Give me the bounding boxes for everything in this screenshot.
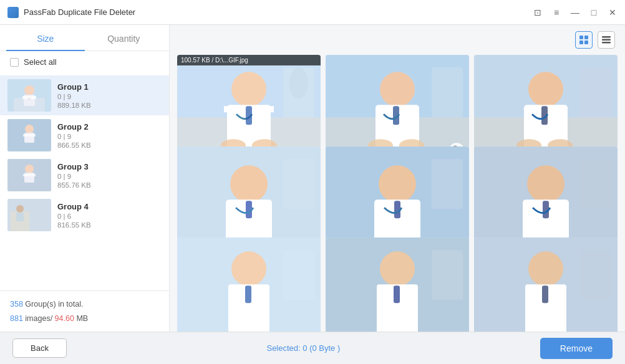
svg-rect-20 <box>579 41 583 44</box>
tooltip-text: 100.57 KB / D:\...GIF.jpg <box>181 57 248 64</box>
groups-label: Group(s) in total. <box>25 300 83 309</box>
monitor-button[interactable]: ⊡ <box>533 7 543 17</box>
title-bar-left: PassFab Duplicate File Deleter <box>7 7 135 18</box>
svg-rect-19 <box>584 36 588 39</box>
group-size: 855.76 KB <box>57 181 91 189</box>
app-title: PassFab Duplicate File Deleter <box>24 7 135 17</box>
svg-point-41 <box>380 72 415 107</box>
sidebar-tabs: Size Quantity <box>0 25 169 51</box>
svg-rect-112 <box>542 286 548 304</box>
svg-point-73 <box>379 165 416 203</box>
svg-point-31 <box>289 67 308 98</box>
group-item[interactable]: Group 3 0 | 9 855.76 KB <box>0 155 169 195</box>
selected-byte-suffix: ) <box>335 343 340 353</box>
select-all-label: Select all <box>24 57 57 67</box>
select-all-row: Select all <box>0 51 169 73</box>
grid-view-button[interactable] <box>575 31 593 49</box>
svg-rect-18 <box>579 36 583 39</box>
group-size: 866.55 KB <box>57 141 91 149</box>
group-item[interactable]: Group 1 0 | 9 889.18 KB <box>0 75 169 115</box>
image-cell[interactable] <box>474 237 618 332</box>
svg-point-64 <box>230 165 268 203</box>
svg-rect-66 <box>283 159 314 209</box>
svg-point-16 <box>16 205 24 213</box>
svg-point-27 <box>231 72 266 107</box>
close-button[interactable]: ✕ <box>608 7 618 17</box>
svg-rect-111 <box>580 251 611 300</box>
svg-rect-84 <box>580 159 611 209</box>
svg-rect-22 <box>602 36 611 38</box>
svg-rect-75 <box>432 159 463 209</box>
group-name: Group 1 <box>57 82 91 92</box>
selected-prefix: Selected: <box>266 343 303 353</box>
group-thumbnail <box>7 79 51 112</box>
group-name: Group 2 <box>57 122 91 132</box>
maximize-button[interactable]: □ <box>589 7 599 17</box>
group-info: Group 3 0 | 9 855.76 KB <box>57 162 91 189</box>
selected-byte: 0 Byte <box>312 343 335 353</box>
tab-size[interactable]: Size <box>6 25 85 51</box>
group-info: Group 2 0 | 9 866.55 KB <box>57 122 91 149</box>
selected-info: Selected: 0 (0 Byte ) <box>266 343 340 353</box>
image-cell[interactable] <box>177 237 321 332</box>
group-count: 0 | 9 <box>57 133 91 140</box>
size-count: 94.60 <box>55 314 74 323</box>
groups-count: 358 <box>10 300 23 309</box>
images-count: 881 <box>10 314 23 323</box>
svg-point-2 <box>24 85 34 95</box>
remove-button[interactable]: Remove <box>540 338 613 359</box>
images-label: images/ <box>25 314 52 323</box>
svg-point-5 <box>27 97 31 101</box>
image-placeholder <box>326 237 469 332</box>
group-size: 889.18 KB <box>57 102 91 109</box>
title-bar: PassFab Duplicate File Deleter ⊡ ≡ — □ ✕ <box>0 0 625 25</box>
group-info: Group 4 0 | 6 816.55 KB <box>57 202 91 229</box>
svg-rect-13 <box>23 174 36 176</box>
group-item[interactable]: Group 4 0 | 6 816.55 KB <box>0 195 169 235</box>
image-cell[interactable] <box>326 237 469 332</box>
minimize-button[interactable]: — <box>570 7 580 17</box>
svg-rect-102 <box>432 251 463 300</box>
footer-total-groups: 358 Group(s) in total. <box>10 297 159 312</box>
title-bar-controls: ⊡ ≡ — □ ✕ <box>533 7 618 17</box>
svg-rect-93 <box>283 251 314 300</box>
group-thumbnail <box>7 199 51 231</box>
tab-quantity[interactable]: Quantity <box>85 25 163 51</box>
svg-rect-9 <box>23 134 36 136</box>
group-count: 0 | 9 <box>57 173 91 180</box>
svg-point-82 <box>527 165 564 203</box>
main-content: Size Quantity Select all <box>0 25 625 332</box>
tooltip-bar: 100.57 KB / D:\...GIF.jpg <box>177 55 321 65</box>
right-panel: 100.57 KB / D:\...GIF.jpg <box>170 25 625 332</box>
sidebar-footer: 358 Group(s) in total. 881 images/ 94.60… <box>0 290 169 332</box>
svg-point-53 <box>528 72 563 107</box>
svg-rect-43 <box>432 67 463 117</box>
group-name: Group 4 <box>57 202 91 211</box>
sidebar: Size Quantity Select all <box>0 25 170 332</box>
image-placeholder <box>177 237 321 332</box>
svg-point-100 <box>380 252 415 287</box>
group-item[interactable]: Group 2 0 | 9 866.55 KB <box>0 115 169 155</box>
list-view-button[interactable] <box>598 31 615 49</box>
group-count: 0 | 9 <box>57 93 91 100</box>
group-list: Group 1 0 | 9 889.18 KB <box>0 73 169 290</box>
svg-point-91 <box>231 252 266 287</box>
svg-rect-24 <box>602 42 611 44</box>
group-count: 0 | 6 <box>57 213 91 220</box>
back-button[interactable]: Back <box>12 338 67 358</box>
bottom-bar: Back Selected: 0 (0 Byte ) Remove <box>0 332 625 364</box>
group-thumbnail <box>7 159 51 191</box>
svg-rect-23 <box>602 39 611 41</box>
selected-count-value: 0 <box>303 343 307 353</box>
menu-button[interactable]: ≡ <box>551 7 561 17</box>
svg-point-7 <box>25 125 34 133</box>
image-placeholder <box>474 237 618 332</box>
group-name: Group 3 <box>57 162 91 171</box>
image-grid: 100.57 KB / D:\...GIF.jpg <box>170 55 625 332</box>
app-icon <box>7 7 19 18</box>
group-thumbnail <box>7 119 51 151</box>
svg-rect-103 <box>394 286 400 304</box>
select-all-checkbox[interactable] <box>10 58 19 67</box>
right-toolbar <box>170 25 625 55</box>
svg-rect-21 <box>584 41 588 44</box>
